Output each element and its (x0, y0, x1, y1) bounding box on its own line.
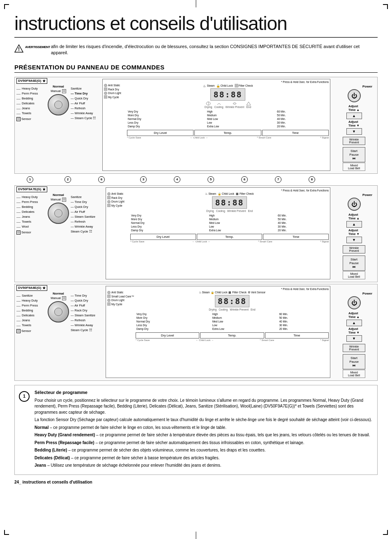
svg-rect-12 (107, 196, 111, 199)
adjust-time-up-1[interactable]: ▲ (346, 113, 362, 119)
svg-rect-5 (104, 95, 107, 99)
svg-rect-18 (107, 302, 111, 306)
center-top-mark (196, 0, 196, 7)
svg-marker-10 (247, 102, 251, 105)
panel-diagrams: DV50F9A6E(G) ★ Heavy Duty Perm Press Bed… (14, 77, 378, 381)
warning-icon: ! (14, 44, 23, 53)
num-5: 5 (208, 176, 214, 183)
num-4: 4 (174, 176, 180, 183)
section-title: PRÉSENTATION DU PANNEAU DE COMMANDES (14, 64, 378, 73)
wrinkle-prevent-btn-2[interactable]: WrinklePrevent (343, 245, 365, 253)
adjust-time-down-2[interactable]: ▼ (346, 237, 362, 243)
display-panel-1: * Press & Hold 3sec. for Extra Functions… (102, 79, 330, 171)
right-controls-2: Power ⏻ AdjustTime ▲ ▲ AdjustTime ▼ ▼ Wr… (332, 187, 376, 279)
corner-mark-bl (4, 530, 9, 535)
options-table-1: Very DryHigh60 Min. More DryMedium50 Min… (127, 109, 329, 129)
svg-rect-14 (107, 204, 111, 207)
num-7: 7 (275, 176, 281, 183)
num-2: 2 (65, 176, 71, 183)
mixed-load-bell-1: MixedLoad Bell (343, 163, 365, 171)
knob-area-1: Normal Manual ☷ (46, 79, 71, 171)
num-8: 8 (309, 176, 315, 183)
panel-diagram-3: DV50F9A8E(G) ★ Sanitize Heavy Duty Perm … (14, 284, 378, 381)
left-cycles-2: Heavy Duty Perm Press Bedding Delicates … (16, 187, 46, 279)
options-table-3: Very DryHigh60 Min. More DryMedium50 Min… (136, 312, 329, 331)
power-btn-3[interactable]: ⏻ (348, 296, 361, 309)
left-cycles-1: Heavy Duty Perm Press Bedding Delicates … (16, 79, 46, 171)
corner-mark-tr (383, 4, 388, 9)
panel-diagram-1: DV50F9A6E(G) ★ Heavy Duty Perm Press Bed… (14, 77, 378, 174)
description-section: 1 Sélecteur de programme Pour choisir un… (14, 385, 378, 475)
dry-level-btn-2[interactable]: Dry Level (130, 234, 196, 240)
mixed-load-bell-2: MixedLoad Bell (343, 271, 365, 279)
svg-point-17 (108, 299, 111, 302)
knob-area-3: Normal Manual ☷ (46, 286, 71, 378)
page-footer: 24_ instructions et conseils d'utilisati… (14, 480, 378, 484)
temp-btn-1[interactable]: Temp. (194, 130, 261, 136)
desc-number: 1 (19, 391, 30, 402)
center-bottom-mark (196, 532, 196, 539)
time-btn-1[interactable]: Time (262, 130, 329, 136)
page-title: instructions et conseils d'utilisation (14, 12, 378, 38)
display-panel-3: * Press & Hold 3sec. for Extra Functions… (106, 286, 330, 378)
svg-text:🔒: 🔒 (216, 84, 220, 88)
temp-btn-3[interactable]: Temp. (200, 332, 264, 339)
time-btn-2[interactable]: Time (263, 234, 329, 240)
left-cycles-3: Sanitize Heavy Duty Perm Press Bedding D… (16, 286, 46, 378)
options-table-2: Very DryHigh60 Min. More DryMedium50 Min… (130, 213, 329, 233)
svg-rect-16 (107, 295, 111, 298)
display-panel-2: * Press & Hold 3sec. for Extra Functions… (106, 187, 330, 279)
num-6a: 6 (98, 176, 105, 183)
desc-title: Sélecteur de programme (35, 389, 373, 396)
temp-btn-2[interactable]: Temp. (197, 234, 263, 240)
knob-area-2: Normal Manual ☷ (46, 187, 71, 279)
warning-text: afin de limiter les risques d'incendie, … (51, 44, 378, 56)
svg-text:♨: ♨ (203, 84, 206, 88)
svg-point-11 (108, 192, 111, 195)
time-btn-3[interactable]: Time (265, 332, 329, 339)
svg-point-9 (206, 102, 210, 105)
start-pause-btn-1[interactable]: StartPause⏭ (343, 147, 365, 162)
right-controls-1: Power ⏻ AdjustTime ▲ ▲ AdjustTime ▼ ▼ Wr… (332, 79, 376, 171)
num-6b: 6 (241, 176, 248, 183)
wrinkle-prevent-btn-1[interactable]: WrinklePrevent (343, 137, 365, 145)
right-cycles-1: Sanitize — Time Dry — Quick Dry — Air Fl… (71, 79, 100, 171)
mixed-load-bell-3: MixedLoad Bell (343, 370, 365, 378)
model-label-1: DV50F9A6E(G) ★ (16, 78, 47, 84)
right-cycles-3: — Time Dry — Quick Dry — Air Fluff — Rac… (71, 286, 104, 378)
svg-point-13 (108, 200, 111, 203)
svg-text:!: ! (18, 46, 20, 52)
knob-1[interactable] (48, 94, 69, 115)
svg-point-15 (108, 291, 111, 294)
right-cycles-2: Sanitize — Time Dry — Quick Dry — Air Fl… (71, 187, 104, 279)
desc-text: Pour choisir un cycle, positionnez le sé… (35, 398, 373, 469)
num-1: 1 (27, 176, 33, 183)
power-btn-1[interactable]: ⏻ (348, 89, 361, 102)
svg-point-2 (104, 84, 107, 87)
adjust-time-up-2[interactable]: ▲ (346, 221, 362, 228)
start-pause-btn-3[interactable]: StartPause⏭ (343, 354, 365, 369)
panel-diagram-2: DV50F9A7E(G) ★ Heavy Duty Perm Press Bed… (14, 185, 378, 282)
dry-level-btn-3[interactable]: Dry Level (136, 332, 199, 339)
knob-2[interactable] (48, 203, 69, 224)
svg-rect-8 (235, 84, 238, 88)
corner-mark-br (383, 530, 388, 535)
desc-content: Sélecteur de programme Pour choisir un c… (35, 389, 373, 470)
adjust-time-down-3[interactable]: ▼ (346, 335, 362, 342)
dry-level-btn-1[interactable]: Dry Level (127, 130, 194, 136)
warning-section: ! AVERTISSEMENT afin de limiter les risq… (14, 44, 378, 56)
numbering-row-1: 1 2 6 3 4 5 6 7 8 (14, 175, 378, 184)
adjust-time-down-1[interactable]: ▼ (346, 128, 362, 135)
model-label-3: DV50F9A8E(G) ★ (16, 285, 47, 291)
right-controls-3: Power ⏻ AdjustTime ▲ ▲ AdjustTime ▼ ▼ Wr… (332, 286, 376, 378)
model-label-2: DV50F9A7E(G) ★ (16, 187, 47, 192)
adjust-time-up-3[interactable]: ▲ (346, 320, 362, 326)
power-btn-2[interactable]: ⏻ (348, 198, 361, 211)
svg-rect-3 (104, 88, 107, 91)
wrinkle-prevent-btn-3[interactable]: WrinklePrevent (343, 344, 365, 352)
knob-3[interactable] (48, 301, 69, 322)
svg-point-4 (104, 92, 107, 94)
warning-label: AVERTISSEMENT (25, 45, 50, 49)
start-pause-btn-2[interactable]: StartPause⏭ (343, 256, 365, 271)
num-3: 3 (140, 176, 147, 183)
